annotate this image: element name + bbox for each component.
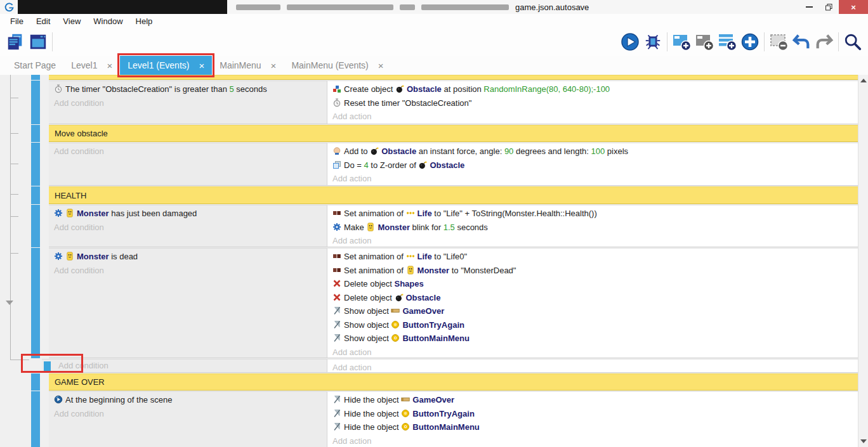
action-line[interactable]: Show object ButtonMainMenu: [327, 332, 858, 346]
event-selection-bar[interactable]: [31, 248, 40, 358]
scene-editor-button[interactable]: [27, 30, 49, 53]
vertical-scrollbar[interactable]: [858, 75, 868, 447]
action-line[interactable]: Make Monster blink for 1.5 seconds: [327, 221, 858, 235]
tab-close-icon[interactable]: ×: [107, 60, 112, 71]
event-row[interactable]: At the beginning of the sceneAdd conditi…: [0, 391, 858, 447]
tab-close-icon[interactable]: ×: [199, 60, 204, 71]
play-icon: [620, 32, 640, 52]
menu-file[interactable]: File: [4, 16, 30, 26]
action-line[interactable]: Add to Obstacle an instant force, angle:…: [327, 145, 858, 159]
action-line[interactable]: Do = 4 to Z-order of Obstacle: [327, 159, 858, 172]
action-line[interactable]: Show object GameOver: [327, 304, 858, 318]
add-condition-button[interactable]: Add condition: [49, 407, 327, 421]
restore-button[interactable]: [819, 0, 839, 14]
menu-view[interactable]: View: [56, 16, 87, 26]
menu-help[interactable]: Help: [129, 16, 159, 26]
add-action-button[interactable]: Add action: [327, 234, 858, 248]
event-text: Show object: [344, 334, 391, 343]
tab-level1[interactable]: Level1×: [63, 56, 120, 75]
bomb-object-icon: [395, 293, 404, 302]
z-order-icon: [332, 160, 341, 169]
action-line[interactable]: Delete object Obstacle: [327, 291, 858, 305]
undo-button[interactable]: [790, 30, 813, 53]
event-selection-bar[interactable]: [31, 75, 40, 80]
search-button[interactable]: [841, 30, 864, 53]
event-selection-bar[interactable]: [31, 205, 40, 247]
event-row[interactable]: Monster has just been damagedAdd conditi…: [0, 205, 858, 247]
comment-text[interactable]: HEALTH: [49, 186, 858, 204]
condition-line[interactable]: The timer "ObstacleCreation" is greater …: [49, 82, 327, 96]
project-manager-button[interactable]: [4, 30, 27, 53]
add-condition-button[interactable]: Add condition: [49, 96, 327, 110]
menu-bar: FileEditViewWindowHelp: [0, 14, 868, 28]
scroll-down-icon[interactable]: [860, 439, 867, 443]
event-row[interactable]: Add conditionAdd to Obstacle an instant …: [0, 143, 858, 186]
tab-label: MainMenu (Events): [291, 60, 368, 70]
add-condition-button[interactable]: Add condition: [49, 221, 327, 235]
toolbar-separator: [52, 32, 53, 51]
event-marker[interactable]: [44, 361, 51, 371]
comment-row[interactable]: Move obstacle: [0, 125, 858, 142]
event-selection-bar[interactable]: [31, 125, 40, 142]
object-name: Obstacle: [381, 146, 416, 156]
menu-edit[interactable]: Edit: [30, 16, 56, 26]
action-line[interactable]: Hide the object ButtonTryAgain: [327, 407, 858, 421]
event-selection-bar[interactable]: [31, 373, 40, 391]
condition-line[interactable]: Monster is dead: [49, 250, 327, 264]
add-subevent-button[interactable]: [693, 30, 716, 53]
add-comment-button[interactable]: [716, 30, 739, 53]
tab-close-icon[interactable]: ×: [271, 60, 277, 71]
comment-text[interactable]: [49, 75, 858, 80]
actions-cell: Create object Obstacle at position Rando…: [327, 81, 858, 124]
comment-row[interactable]: HEALTH: [0, 186, 858, 204]
action-line[interactable]: Reset the timer "ObstacleCreation": [327, 96, 858, 110]
condition-line[interactable]: At the beginning of the scene: [49, 393, 327, 407]
action-line[interactable]: Set animation of Life to "Life0": [327, 250, 858, 264]
event-selection-bar[interactable]: [31, 186, 40, 204]
add-other-event-button[interactable]: [739, 30, 761, 53]
add-action-button[interactable]: Add action: [327, 361, 858, 375]
add-action-button[interactable]: Add action: [327, 434, 858, 447]
comment-row[interactable]: GAME OVER: [0, 373, 858, 391]
add-action-button[interactable]: Add action: [327, 110, 858, 124]
event-row[interactable]: Monster is deadAdd conditionSet animatio…: [0, 248, 858, 358]
add-condition-button[interactable]: Add condition: [53, 359, 112, 373]
tab-start-page[interactable]: Start Page: [6, 56, 63, 75]
gameover-object-icon: [391, 306, 400, 315]
redacted-title-text: [236, 4, 509, 10]
action-line[interactable]: Hide the object ButtonMainMenu: [327, 420, 858, 434]
debug-button[interactable]: [641, 30, 664, 53]
redo-button[interactable]: [813, 30, 836, 53]
tab-close-icon[interactable]: ×: [378, 60, 384, 71]
event-row[interactable]: The timer "ObstacleCreation" is greater …: [0, 81, 858, 124]
play-button[interactable]: [619, 30, 641, 53]
tab-level1-events-[interactable]: Level1 (Events)×: [120, 56, 212, 75]
add-action-button[interactable]: Add action: [327, 346, 858, 360]
minimize-button[interactable]: [799, 0, 819, 14]
event-selection-bar[interactable]: [31, 143, 40, 186]
empty-event-row[interactable]: Add conditionAdd action: [0, 359, 858, 373]
event-selection-bar[interactable]: [31, 391, 40, 447]
delete-event-button[interactable]: [767, 30, 790, 53]
condition-line[interactable]: Monster has just been damaged: [49, 207, 327, 221]
add-event-button[interactable]: [670, 30, 693, 53]
action-line[interactable]: Create object Obstacle at position Rando…: [327, 82, 858, 96]
close-button[interactable]: ×: [839, 0, 868, 14]
tab-mainmenu[interactable]: MainMenu×: [212, 56, 284, 75]
tab-label: MainMenu: [220, 60, 261, 70]
comment-text[interactable]: Move obstacle: [49, 125, 858, 142]
event-selection-bar[interactable]: [31, 81, 40, 124]
add-condition-button[interactable]: Add condition: [49, 145, 327, 159]
action-line[interactable]: Hide the object GameOver: [327, 393, 858, 407]
scroll-up-icon[interactable]: [860, 79, 867, 82]
comment-partial-top[interactable]: [0, 75, 858, 80]
action-line[interactable]: Show object ButtonTryAgain: [327, 318, 858, 332]
action-line[interactable]: Set animation of Monster to "MonsterDead…: [327, 264, 858, 278]
comment-text[interactable]: GAME OVER: [49, 373, 858, 391]
tab-mainmenu-events-[interactable]: MainMenu (Events)×: [284, 56, 391, 75]
action-line[interactable]: Delete object Shapes: [327, 277, 858, 291]
action-line[interactable]: Set animation of Life to "Life" + ToStri…: [327, 207, 858, 221]
add-condition-button[interactable]: Add condition: [49, 264, 327, 278]
add-action-button[interactable]: Add action: [327, 172, 858, 186]
menu-window[interactable]: Window: [87, 16, 129, 26]
